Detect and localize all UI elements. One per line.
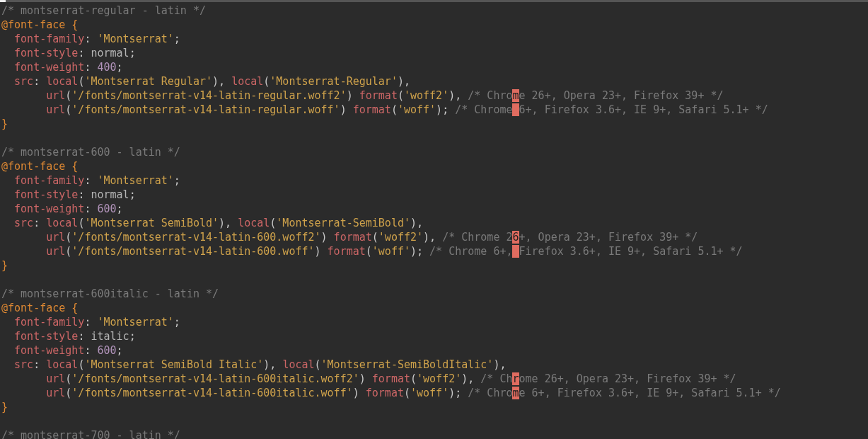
code-line[interactable]: src: local('Montserrat SemiBold'), local… [1, 216, 867, 230]
section-comment-line[interactable]: /* montserrat-regular - latin */ [1, 4, 867, 18]
fn-url: url [46, 372, 65, 385]
code-line[interactable]: font-weight: 600; [1, 202, 867, 216]
font-style-value: italic [91, 330, 129, 343]
code-line[interactable]: url('/fonts/montserrat-v14-latin-600.wof… [1, 244, 867, 258]
code-line[interactable]: font-family: 'Montserrat'; [1, 173, 867, 188]
code-line[interactable]: src: local('Montserrat Regular'), local(… [1, 74, 867, 89]
code-line[interactable]: url('/fonts/montserrat-v14-latin-600ital… [1, 372, 867, 386]
fn-local: local [238, 217, 270, 229]
font-weight-value: 600 [97, 344, 116, 357]
open-brace: { [65, 160, 78, 173]
url-woff: '/fonts/montserrat-v14-latin-600.woff' [71, 245, 314, 258]
comment-woff2: ome 26+, Opera 23+, Firefox 39+ */ [519, 372, 736, 385]
fn-format: format [366, 387, 404, 399]
comment-woff: 6+, Firefox 3.6+, IE 9+, Safari 5.1+ */ [519, 103, 768, 116]
at-rule: @font-face [1, 160, 65, 173]
code-line[interactable]: font-style: italic; [1, 329, 867, 343]
prop-font-style: font-style [14, 47, 78, 59]
prop-font-weight: font-weight [14, 203, 84, 215]
font-family-value: 'Montserrat' [97, 174, 173, 187]
fn-format: format [328, 245, 366, 258]
blank-line[interactable] [1, 131, 867, 145]
comment-woff2: e 26+, Opera 23+, Firefox 39+ */ [519, 89, 724, 102]
url-woff2: '/fonts/montserrat-v14-latin-600italic.w… [71, 372, 359, 385]
fn-url: url [46, 245, 65, 258]
comment-woff2: /* Chro [468, 89, 512, 102]
search-highlight: 6 [512, 231, 519, 244]
section-comment: /* montserrat-700 - latin */ [1, 429, 180, 439]
code-line[interactable]: src: local('Montserrat SemiBold Italic')… [1, 358, 867, 372]
fn-format: format [353, 103, 391, 116]
comment-woff: /* Chro [468, 387, 512, 399]
at-rule: @font-face [1, 302, 65, 314]
code-line[interactable]: font-family: 'Montserrat'; [1, 32, 867, 46]
code-line[interactable]: font-family: 'Montserrat'; [1, 315, 867, 329]
section-comment-line[interactable]: /* montserrat-600 - latin */ [1, 145, 867, 159]
code-line[interactable]: font-style: normal; [1, 188, 867, 202]
prop-src: src [14, 217, 33, 229]
section-comment: /* montserrat-600italic - latin */ [1, 287, 219, 300]
font-style-value: normal [91, 47, 129, 59]
code-line[interactable]: @font-face { [1, 18, 867, 32]
fn-local: local [46, 217, 78, 229]
format-woff2: 'woff2' [378, 231, 423, 244]
fn-local: local [282, 358, 314, 371]
local-2: 'Montserrat-SemiBold' [276, 217, 410, 229]
section-comment: /* montserrat-600 - latin */ [1, 146, 180, 159]
font-family-value: 'Montserrat' [97, 33, 173, 45]
code-line[interactable]: } [1, 117, 867, 131]
prop-font-style: font-style [14, 330, 78, 343]
format-woff: 'woff' [398, 103, 436, 116]
comment-woff2: +, Opera 23+, Firefox 39+ */ [519, 231, 698, 244]
local-1: 'Montserrat SemiBold Italic' [84, 358, 263, 371]
comment-woff: /* Chrome 6+, [429, 245, 512, 258]
section-comment-line[interactable]: /* montserrat-600italic - latin */ [1, 287, 867, 301]
comment-woff2: /* Ch [480, 372, 512, 385]
code-line[interactable]: url('/fonts/montserrat-v14-latin-600ital… [1, 386, 867, 400]
blank-line[interactable] [1, 414, 867, 428]
section-comment: /* montserrat-regular - latin */ [1, 4, 206, 17]
fn-url: url [46, 89, 65, 102]
local-1: 'Montserrat SemiBold' [84, 217, 219, 229]
prop-font-family: font-family [14, 316, 84, 329]
code-line[interactable]: url('/fonts/montserrat-v14-latin-600.wof… [1, 230, 867, 244]
fn-format: format [334, 231, 372, 244]
url-woff: '/fonts/montserrat-v14-latin-600italic.w… [71, 387, 352, 399]
prop-font-family: font-family [14, 33, 84, 45]
prop-font-style: font-style [14, 188, 78, 201]
code-editor[interactable]: /* montserrat-regular - latin */ @font-f… [0, 2, 868, 439]
url-woff: '/fonts/montserrat-v14-latin-regular.wof… [71, 103, 340, 116]
code-line[interactable]: url('/fonts/montserrat-v14-latin-regular… [1, 89, 867, 103]
prop-src: src [14, 75, 33, 88]
local-1: 'Montserrat Regular' [84, 75, 212, 88]
code-line[interactable]: font-style: normal; [1, 46, 867, 60]
prop-font-weight: font-weight [14, 344, 84, 357]
format-woff: 'woff' [410, 387, 449, 399]
code-line[interactable]: } [1, 400, 867, 414]
close-brace: } [1, 259, 8, 272]
open-brace: { [65, 18, 78, 31]
url-woff2: '/fonts/montserrat-v14-latin-600.woff2' [71, 231, 320, 244]
fn-url: url [46, 387, 65, 399]
code-line[interactable]: url('/fonts/montserrat-v14-latin-regular… [1, 103, 867, 117]
search-highlight: r [512, 372, 519, 385]
code-line[interactable]: } [1, 258, 867, 273]
code-line[interactable]: @font-face { [1, 159, 867, 173]
code-line[interactable]: font-weight: 600; [1, 343, 867, 358]
search-highlight [512, 245, 519, 258]
fn-local: local [46, 75, 78, 88]
comment-woff: /* Chrome [455, 103, 512, 116]
comment-woff2: /* Chrome 2 [442, 231, 512, 244]
code-line[interactable]: @font-face { [1, 301, 867, 315]
format-woff: 'woff' [372, 245, 410, 258]
fn-format: format [372, 372, 410, 385]
font-weight-value: 400 [97, 61, 116, 74]
fn-local: local [231, 75, 263, 88]
code-line[interactable]: font-weight: 400; [1, 60, 867, 74]
search-highlight: m [512, 89, 519, 102]
blank-line[interactable] [1, 273, 867, 287]
section-comment-line[interactable]: /* montserrat-700 - latin */ [1, 428, 867, 439]
local-2: 'Montserrat-Regular' [270, 75, 398, 88]
at-rule: @font-face [1, 18, 65, 31]
comment-woff: Firefox 3.6+, IE 9+, Safari 5.1+ */ [519, 245, 743, 258]
